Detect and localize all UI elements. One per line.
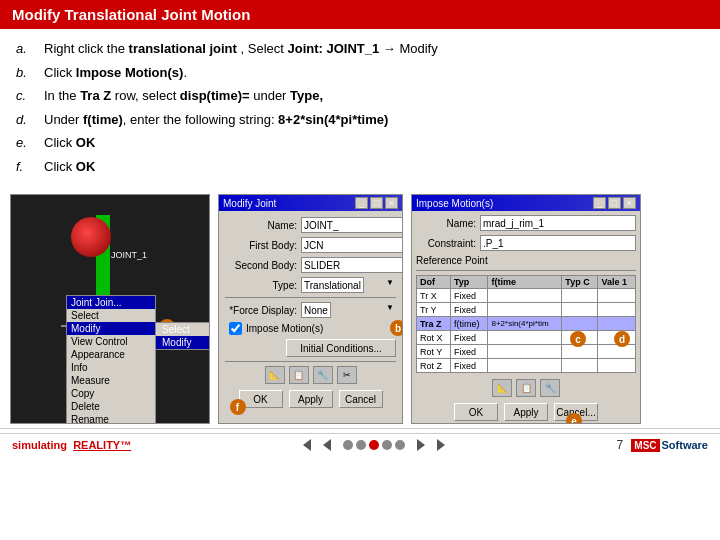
nav-dot-2[interactable]	[356, 440, 366, 450]
step-letter-b: b.	[16, 63, 44, 83]
ctx-item-copy[interactable]: Copy	[67, 387, 155, 400]
first-body-input[interactable]	[301, 237, 403, 253]
cell-vale-2	[598, 317, 636, 331]
badge-b: b	[390, 320, 403, 336]
cell-ftime-4	[488, 345, 562, 359]
im-refpoint-row: Reference Point	[416, 255, 636, 266]
reality-word: REALITY™	[73, 439, 131, 451]
im-name-input[interactable]	[480, 215, 636, 231]
ctx-item-view[interactable]: View Control	[67, 335, 155, 348]
icon-3[interactable]: 🔧	[313, 366, 333, 384]
table-row-traz[interactable]: Tra Z f(time) 8+2*sin(4*pi*tim	[417, 317, 636, 331]
step-letter-f: f.	[16, 157, 44, 177]
ok-button-dialog1[interactable]: OK f	[239, 390, 283, 408]
footer-left: simulating REALITY™	[12, 439, 131, 451]
im-icon-1[interactable]: 📐	[492, 379, 512, 397]
col-typ: Typ	[451, 276, 488, 289]
second-body-label: Second Body:	[225, 260, 297, 271]
impose-motion-dialog: Impose Motion(s) _ □ × Name: Constraint:	[411, 194, 641, 424]
initial-conditions-row: Initial Conditions...	[225, 339, 396, 357]
cell-dof-5: Rot Z	[417, 359, 451, 373]
ctx-item-measure[interactable]: Measure	[67, 374, 155, 387]
force-display-select[interactable]: None	[301, 302, 331, 318]
maximize-button[interactable]: □	[370, 197, 383, 209]
step-text-b: Click Impose Motion(s).	[44, 63, 187, 83]
type-row: Type: Translational	[225, 277, 396, 293]
type-select[interactable]: Translational	[301, 277, 364, 293]
table-row: Tr X Fixed	[417, 289, 636, 303]
im-icon-3[interactable]: 🔧	[540, 379, 560, 397]
col-typc: Typ C	[562, 276, 598, 289]
impose-motion-dialog-box: Impose Motion(s) _ □ × Name: Constraint:	[412, 195, 640, 423]
table-row: Rot Y Fixed	[417, 345, 636, 359]
ctx-item-delete[interactable]: Delete	[67, 400, 155, 413]
icon-4[interactable]: ✂	[337, 366, 357, 384]
step-letter-a: a.	[16, 39, 44, 59]
nav-dot-active[interactable]	[369, 440, 379, 450]
cell-ftime-2[interactable]: 8+2*sin(4*pi*tim	[488, 317, 562, 331]
initial-conditions-button[interactable]: Initial Conditions...	[286, 339, 396, 357]
prev-arrow[interactable]	[303, 439, 311, 451]
ctx-item-info[interactable]: Info	[67, 361, 155, 374]
cancel-button-dialog1[interactable]: Cancel	[339, 390, 383, 408]
im-constraint-row: Constraint:	[416, 235, 636, 251]
cell-typ-0: Fixed	[451, 289, 488, 303]
apply-button-dialog2[interactable]: Apply	[504, 403, 548, 421]
ctx-item-modify[interactable]: Modify Select Modify	[67, 322, 155, 335]
prev-arrow-2[interactable]	[323, 439, 331, 451]
cell-vale-0	[598, 289, 636, 303]
next-arrow[interactable]	[417, 439, 425, 451]
icon-1[interactable]: 📐	[265, 366, 285, 384]
ok-button-dialog2[interactable]: OK	[454, 403, 498, 421]
nav-dot-4[interactable]	[395, 440, 405, 450]
next-arrow-2[interactable]	[437, 439, 445, 451]
cell-dof-4: Rot Y	[417, 345, 451, 359]
cell-ftime-0	[488, 289, 562, 303]
step-f: f. Click OK	[16, 157, 704, 177]
context-menu: Joint Join... Select Modify Select Modif…	[66, 295, 156, 424]
force-display-wrap: None	[301, 302, 396, 318]
im-close-button[interactable]: ×	[623, 197, 636, 209]
name-input[interactable]	[301, 217, 403, 233]
modify-joint-footer: OK f Apply Cancel	[225, 390, 396, 408]
second-body-input[interactable]	[301, 257, 403, 273]
page-number: 7	[617, 438, 624, 452]
page-header: Modify Translational Joint Motion	[0, 0, 720, 29]
ctx-submenu: Select Modify	[155, 322, 210, 350]
cell-typ-2[interactable]: f(time)	[451, 317, 488, 331]
cell-typ-4: Fixed	[451, 345, 488, 359]
nav-dot-1[interactable]	[343, 440, 353, 450]
joint-label: JOINT_1	[111, 250, 147, 260]
viewport-inner: JOINT_1 Joint Join... Select Modify Sele…	[11, 195, 209, 423]
modify-joint-dialog-box: Modify Joint _ □ × Name: First Body: Sec…	[219, 195, 402, 414]
im-constraint-input[interactable]	[480, 235, 636, 251]
cell-ftime-1	[488, 303, 562, 317]
ctx-sub-select[interactable]: Select	[156, 323, 210, 336]
table-row: Rot X Fixed	[417, 331, 636, 345]
impose-motion-checkbox[interactable]	[229, 322, 242, 335]
badge-d: d	[614, 331, 630, 347]
table-row: Tr Y Fixed	[417, 303, 636, 317]
footer-nav	[303, 439, 445, 451]
ctx-item-select[interactable]: Select	[67, 309, 155, 322]
step-text-f: Click OK	[44, 157, 95, 177]
close-button[interactable]: ×	[385, 197, 398, 209]
footer-right: 7 MSC Software	[617, 438, 708, 452]
im-icon-2[interactable]: 📋	[516, 379, 536, 397]
im-refpoint-label: Reference Point	[416, 255, 488, 266]
ok-label: OK	[253, 394, 267, 405]
ctx-item-appearance[interactable]: Appearance	[67, 348, 155, 361]
minimize-button[interactable]: _	[355, 197, 368, 209]
apply-button-dialog1[interactable]: Apply	[289, 390, 333, 408]
ctx-item-rename[interactable]: Rename	[67, 413, 155, 424]
nav-dot-3[interactable]	[382, 440, 392, 450]
icon-2[interactable]: 📋	[289, 366, 309, 384]
im-maximize-button[interactable]: □	[608, 197, 621, 209]
step-text-e: Click OK	[44, 133, 95, 153]
footer-divider	[0, 428, 720, 429]
step-letter-c: c.	[16, 86, 44, 106]
im-minimize-button[interactable]: _	[593, 197, 606, 209]
step-e: e. Click OK	[16, 133, 704, 153]
type-label: Type:	[225, 280, 297, 291]
ctx-sub-modify[interactable]: Modify	[156, 336, 210, 349]
